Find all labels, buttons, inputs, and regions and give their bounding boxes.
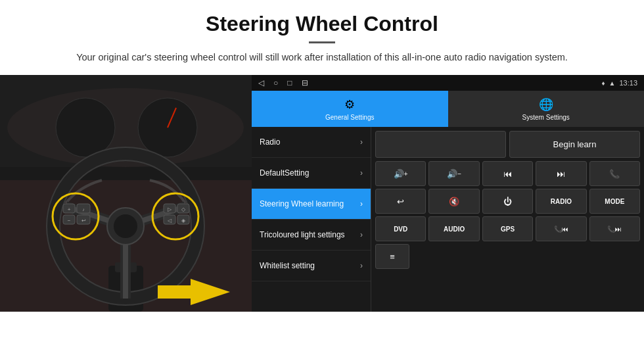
vol-up-button[interactable]: 🔊+ — [375, 161, 426, 186]
tab-system-settings[interactable]: 🌐 System Settings — [448, 91, 645, 127]
home-nav-icon[interactable]: ○ — [273, 78, 278, 87]
tab-general-label: General Settings — [325, 114, 375, 121]
svg-point-18 — [114, 214, 137, 238]
tab-system-label: System Settings — [522, 114, 570, 121]
menu-whitelist-label: Whitelist setting — [260, 261, 360, 272]
menu-nav-icon[interactable]: ⊟ — [302, 78, 308, 87]
ctrl-row-4: ≡ — [375, 244, 640, 269]
signal-icon: ▲ — [609, 80, 616, 87]
radio-button[interactable]: RADIO — [536, 189, 586, 214]
svg-text:−: − — [68, 218, 71, 224]
page-title: Steering Wheel Control — [53, 12, 591, 36]
car-image-section: + − ♪ ↩ ▷ ◁ ◇ ◈ — [0, 75, 252, 312]
audio-button[interactable]: AUDIO — [428, 216, 479, 241]
chevron-right-icon-4: › — [360, 230, 363, 239]
chevron-right-icon-5: › — [360, 261, 363, 270]
svg-rect-6 — [0, 167, 252, 180]
control-buttons-grid: 🔊+ 🔊− ⏮ ⏭ 📞 ↩ 🔇 ⏻ RADIO MODE — [375, 161, 640, 269]
tab-bar: ⚙ General Settings 🌐 System Settings — [252, 91, 644, 127]
menu-tricoloured-label: Tricoloured light settings — [260, 230, 360, 241]
mute-button[interactable]: 🔇 — [428, 189, 479, 214]
dvd-button[interactable]: DVD — [375, 216, 426, 241]
chevron-right-icon: › — [360, 137, 363, 147]
chevron-right-icon-3: › — [360, 199, 363, 208]
svg-rect-38 — [158, 285, 192, 299]
svg-text:↩: ↩ — [81, 218, 86, 224]
begin-learn-button[interactable]: Begin learn — [509, 131, 640, 158]
empty-input-box — [375, 131, 506, 158]
ctrl-row-3: DVD AUDIO GPS 📞⏮ 📞⏭ — [375, 216, 640, 241]
location-icon: ♦ — [601, 80, 605, 87]
chevron-right-icon-2: › — [360, 168, 363, 178]
back-nav-icon[interactable]: ◁ — [258, 78, 264, 87]
menu-item-defaultsetting[interactable]: DefaultSetting › — [252, 158, 371, 189]
mode-button[interactable]: MODE — [589, 189, 640, 214]
status-bar: ◁ ○ □ ⊟ ♦ ▲ 13:13 — [252, 75, 644, 91]
menu-item-steering[interactable]: Steering Wheel learning › — [252, 189, 371, 220]
phone-button[interactable]: 📞 — [589, 161, 640, 186]
svg-text:▷: ▷ — [168, 206, 172, 212]
menu-item-tricoloured[interactable]: Tricoloured light settings › — [252, 220, 371, 251]
back-button[interactable]: ↩ — [375, 189, 426, 214]
tab-general-settings[interactable]: ⚙ General Settings — [252, 91, 448, 127]
svg-text:♪: ♪ — [82, 207, 85, 212]
status-bar-info: ♦ ▲ 13:13 — [601, 79, 637, 87]
settings-gear-icon: ⚙ — [344, 97, 355, 112]
menu-radio-label: Radio — [260, 137, 360, 148]
svg-text:+: + — [68, 206, 71, 212]
recent-nav-icon[interactable]: □ — [287, 78, 292, 87]
svg-text:◁: ◁ — [168, 218, 172, 224]
gps-button[interactable]: GPS — [482, 216, 533, 241]
svg-point-2 — [56, 98, 115, 157]
next-track-button[interactable]: ⏭ — [536, 161, 586, 186]
system-settings-icon: 🌐 — [539, 97, 553, 112]
menu-defaultsetting-label: DefaultSetting — [260, 168, 360, 179]
power-button[interactable]: ⏻ — [482, 189, 533, 214]
android-ui: ◁ ○ □ ⊟ ♦ ▲ 13:13 ⚙ General Settings 🌐 S… — [252, 75, 644, 312]
svg-text:◇: ◇ — [181, 206, 186, 212]
ctrl-row-1: 🔊+ 🔊− ⏮ ⏭ 📞 — [375, 161, 640, 186]
page-header: Steering Wheel Control Your original car… — [0, 0, 644, 71]
menu-item-whitelist[interactable]: Whitelist setting › — [252, 251, 371, 281]
list-button[interactable]: ≡ — [375, 244, 409, 269]
page-description: Your original car's steering wheel contr… — [53, 50, 591, 64]
phone-prev-button[interactable]: 📞⏮ — [536, 216, 586, 241]
phone-next-button[interactable]: 📞⏭ — [589, 216, 640, 241]
menu-left: Radio › DefaultSetting › Steering Wheel … — [252, 127, 371, 312]
vol-down-button[interactable]: 🔊− — [428, 161, 479, 186]
main-content: + − ♪ ↩ ▷ ◁ ◇ ◈ ◁ — [0, 75, 644, 312]
prev-track-button[interactable]: ⏮ — [482, 161, 533, 186]
status-bar-nav: ◁ ○ □ ⊟ — [258, 78, 308, 87]
menu-steering-label: Steering Wheel learning — [260, 199, 360, 210]
menu-right-panel: Begin learn 🔊+ 🔊− ⏮ ⏭ 📞 ↩ 🔇 — [371, 127, 644, 312]
begin-learn-row: Begin learn — [375, 131, 640, 158]
menu-list: Radio › DefaultSetting › Steering Wheel … — [252, 127, 644, 312]
time-display: 13:13 — [619, 79, 637, 87]
menu-item-radio[interactable]: Radio › — [252, 127, 371, 158]
title-divider — [309, 41, 335, 43]
svg-text:◈: ◈ — [181, 218, 186, 224]
ctrl-row-2: ↩ 🔇 ⏻ RADIO MODE — [375, 189, 640, 214]
